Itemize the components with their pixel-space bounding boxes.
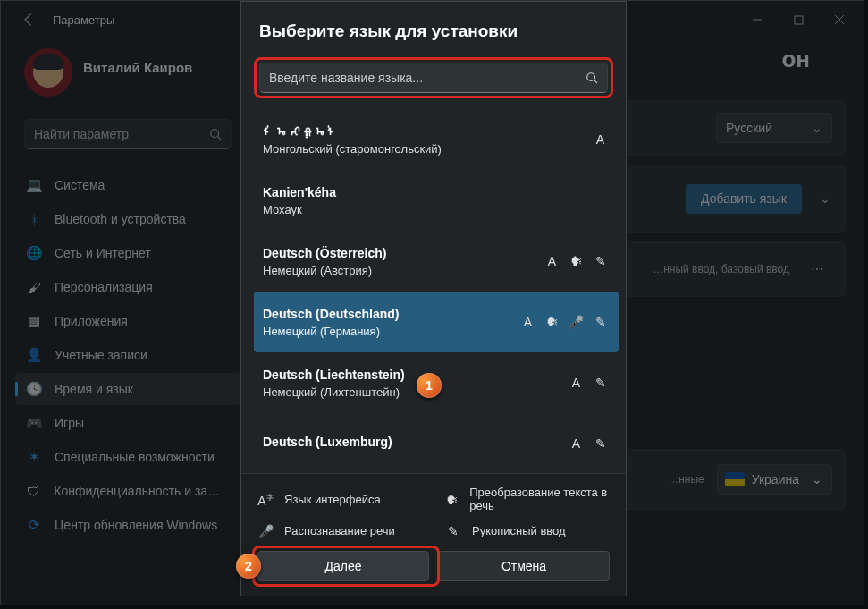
annotation-badge-2: 2 [236,554,261,579]
legend-display-label: Язык интерфейса [284,494,381,507]
feature-legend: A字Язык интерфейса 🗣Преобразование текста… [257,486,610,538]
display-icon: A字 [257,493,274,508]
language-row[interactable]: Kanien'kéhaМохаук [254,170,619,231]
display-icon: A [569,436,584,451]
language-native: Deutsch (Deutschland) [263,307,520,321]
language-local: Мохаук [263,203,608,216]
mic-icon: 🎤 [257,524,274,538]
cancel-button[interactable]: Отмена [438,551,610,581]
annotation-badge-1: 1 [417,373,442,398]
language-search-input[interactable] [269,71,586,85]
language-native: Deutsch (Österreich) [263,246,544,260]
legend-tts-label: Преобразование текста в речь [469,486,610,513]
language-native: Kanien'kéha [263,185,608,199]
tts-icon: 🗣 [445,493,459,507]
hand-icon: ✎ [593,254,608,268]
language-native: ᠮᠣᠩᠭᠣᠯ [263,124,593,139]
handwriting-icon: ✎ [445,524,461,538]
language-row[interactable]: Deutsch (Deutschland)Немецкий (Германия)… [254,292,619,352]
language-local: Монгольский (старомонгольский) [263,142,593,156]
dialog-title: Выберите язык для установки [259,21,608,41]
hand-icon: ✎ [593,436,608,451]
language-local: Немецкий (Лихтенштейн) [263,385,569,399]
display-icon: A [520,315,535,329]
settings-window: Параметры Виталий Каиров [0,0,864,605]
next-button[interactable]: Далее [257,551,429,581]
dialog-footer: A字Язык интерфейса 🗣Преобразование текста… [241,473,626,596]
language-local: Немецкий (Германия) [263,325,520,338]
search-icon [586,72,598,84]
svg-line-5 [594,80,598,84]
language-native: Deutsch (Luxemburg) [263,435,569,449]
annotation-frame-search [254,57,613,98]
legend-speech: 🎤Распознавание речи [257,524,422,538]
display-icon: A [544,254,560,268]
tts-icon: 🗣 [569,254,584,268]
legend-display: A字Язык интерфейса [257,486,422,513]
display-icon: A [569,376,584,390]
language-row[interactable]: Deutsch (Österreich)Немецкий (Австрия)A🗣… [254,231,619,292]
svg-point-4 [587,73,595,81]
language-feature-icons: A✎ [569,376,608,390]
language-feature-icons: A [593,132,608,147]
display-icon: A [593,132,608,147]
language-native: Deutsch (Liechtenstein) [263,368,569,382]
language-search[interactable] [259,63,608,93]
tts-icon: 🗣 [544,315,560,329]
language-feature-icons: A🗣✎ [544,254,608,268]
legend-hand-label: Рукописный ввод [472,525,566,538]
hand-icon: ✎ [593,376,608,390]
legend-tts: 🗣Преобразование текста в речь [445,486,610,513]
language-list[interactable]: ᠮᠣᠩᠭᠣᠯМонгольский (старомонгольский)AKan… [241,106,626,473]
language-local: Немецкий (Австрия) [263,264,544,277]
language-row[interactable]: Deutsch (Luxemburg)A✎ [254,413,619,473]
legend-hand: ✎Рукописный ввод [445,524,610,538]
legend-speech-label: Распознавание речи [284,525,395,538]
hand-icon: ✎ [593,315,608,329]
language-row[interactable]: ᠮᠣᠩᠭᠣᠯМонгольский (старомонгольский)A [254,109,619,170]
dialog-button-row: Далее Отмена 2 [257,551,610,581]
speech-icon: 🎤 [569,315,584,329]
language-feature-icons: A✎ [569,436,608,451]
add-language-dialog: Выберите язык для установки ᠮᠣᠩᠭᠣᠯМонгол… [240,1,627,596]
language-feature-icons: A🗣🎤✎ [520,315,608,329]
